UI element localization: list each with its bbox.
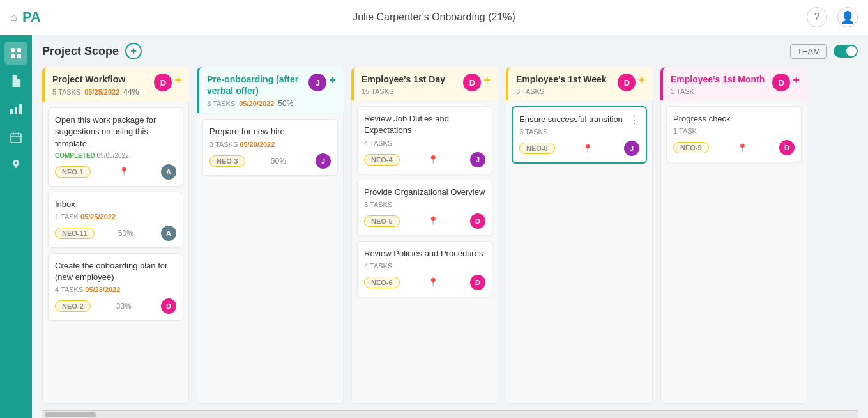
card-meta: 3 TASKS 05/20/2022: [209, 141, 331, 148]
team-toggle[interactable]: [834, 45, 858, 58]
col-meta: 3 TASKS: [516, 88, 614, 95]
topbar: ⌂ PA Julie Carpenter's Onboarding (21%) …: [0, 0, 868, 35]
pin-icon: 📍: [737, 143, 747, 153]
col-date: 05/20/2022: [239, 100, 274, 107]
page-title: Julie Carpenter's Onboarding (21%): [353, 12, 515, 23]
card-title: Review Job Duties and Expectations: [364, 113, 485, 136]
sidebar-item-document[interactable]: [4, 70, 27, 93]
card-footer: NEO-5 📍 D: [364, 213, 485, 229]
col-body: Review Job Duties and Expectations 4 TAS…: [351, 101, 498, 404]
card-tag: NEO-6: [364, 277, 400, 288]
card-avatar: D: [470, 275, 485, 290]
card-completed-status: COMPLETED 05/05/2022: [55, 152, 176, 159]
card-footer: NEO-6 📍 D: [364, 275, 485, 290]
sidebar-item-calendar[interactable]: [4, 126, 27, 149]
card-avatar: A: [161, 226, 176, 241]
home-icon[interactable]: ⌂: [10, 11, 17, 24]
card-tag: NEO-1: [55, 166, 91, 178]
card-card5[interactable]: Review Job Duties and Expectations 4 TAS…: [357, 106, 492, 174]
card-tag: NEO-4: [364, 154, 400, 166]
card-footer: NEO-1 📍 A: [55, 164, 176, 180]
add-card-button[interactable]: +: [174, 74, 181, 87]
card-meta: 3 TASKS: [519, 128, 639, 135]
card-title: Progress check: [673, 113, 731, 125]
col-tasks-count: 15 TASKS: [362, 88, 393, 95]
sidebar-item-pin[interactable]: [4, 154, 27, 177]
card-title: Inbox: [55, 199, 75, 210]
card-card3[interactable]: Create the onboarding plan for (new empl…: [48, 253, 183, 321]
svg-rect-5: [15, 107, 17, 114]
card-tag: NEO-2: [55, 300, 91, 312]
card-title: Provide Organizational Overview: [364, 187, 485, 198]
team-label[interactable]: TEAM: [790, 44, 827, 59]
card-card9[interactable]: Progress check 1 TASK NEO-9 📍 D: [666, 106, 802, 162]
col-title: Employee's 1st Week: [516, 74, 614, 85]
card-card7[interactable]: Review Policies and Procedures 4 TASKS N…: [357, 241, 492, 297]
brand-logo: PA: [22, 9, 41, 26]
card-card4[interactable]: Prepare for new hire 3 TASKS 05/20/2022 …: [202, 119, 338, 175]
add-scope-button[interactable]: +: [125, 43, 142, 59]
col-header: Project Workflow 5 TASKS 05/25/2022 44% …: [42, 67, 189, 102]
card-card6[interactable]: Provide Organizational Overview 3 TASKS …: [357, 180, 492, 236]
help-icon[interactable]: ?: [807, 7, 827, 27]
card-pct: 50%: [118, 229, 133, 238]
card-avatar: D: [779, 140, 795, 155]
col-meta: 1 TASK: [671, 88, 768, 95]
col-tasks-count: 3 TASKS: [516, 88, 544, 95]
add-card-button[interactable]: +: [483, 74, 491, 87]
sidebar-item-chart[interactable]: [4, 98, 27, 121]
card-tag: NEO-9: [673, 142, 709, 153]
col-title: Employee's 1st Day: [362, 74, 459, 85]
card-pct: 33%: [116, 302, 132, 311]
card-meta: 3 TASKS: [364, 201, 485, 208]
col-info: Employee's 1st Week 3 TASKS: [516, 74, 614, 95]
add-card-button[interactable]: +: [793, 74, 800, 87]
scope-header: Project Scope + TEAM: [42, 43, 858, 59]
card-card8[interactable]: Ensure successful transition ⋮ 3 TASKS N…: [512, 106, 647, 164]
svg-rect-6: [19, 104, 22, 114]
col-meta: 3 TASKS 05/20/2022 50%: [207, 99, 305, 108]
user-avatar-icon[interactable]: 👤: [837, 7, 858, 27]
card-avatar: D: [470, 213, 485, 229]
col-title: Pre-onboarding (after verbal offer): [207, 74, 305, 97]
card-avatar: J: [316, 153, 331, 169]
svg-rect-0: [11, 48, 15, 52]
col-header: Employee's 1st Week 3 TASKS D +: [506, 67, 653, 100]
col-assignee-avatar: D: [618, 74, 636, 91]
col-body: Ensure successful transition ⋮ 3 TASKS N…: [506, 101, 653, 404]
svg-rect-2: [11, 54, 15, 58]
card-avatar: J: [470, 152, 485, 167]
scope-title: Project Scope: [42, 45, 119, 58]
scrollbar-thumb[interactable]: [45, 412, 96, 417]
col-info: Employee's 1st Month 1 TASK: [671, 74, 768, 95]
col-header: Pre-onboarding (after verbal offer) 3 TA…: [197, 67, 344, 113]
card-avatar: J: [624, 141, 639, 156]
card-card1[interactable]: Open this work package for suggestions o…: [48, 107, 183, 187]
col-assignee-avatar: D: [772, 74, 790, 91]
col-body: Open this work package for suggestions o…: [42, 102, 189, 404]
card-title: Prepare for new hire: [209, 126, 285, 137]
col-pct: 44%: [123, 88, 139, 97]
card-card2[interactable]: Inbox 1 TASK 05/25/2022 NEO-11 50% A: [48, 192, 183, 248]
col-meta: 15 TASKS: [362, 88, 459, 95]
col-header: Employee's 1st Month 1 TASK D +: [660, 67, 807, 100]
scope-controls: TEAM: [790, 44, 858, 59]
add-card-button[interactable]: +: [638, 74, 645, 87]
col-info: Employee's 1st Day 15 TASKS: [362, 74, 459, 95]
horizontal-scrollbar[interactable]: [42, 410, 858, 418]
card-meta: 4 TASKS 05/23/2022: [55, 286, 176, 293]
col-assignee-avatar: J: [308, 74, 326, 91]
add-card-button[interactable]: +: [329, 74, 336, 87]
col-tasks-count: 1 TASK: [671, 88, 694, 95]
col-assignee-avatar: D: [154, 74, 172, 91]
kanban-column-col5: Employee's 1st Month 1 TASK D + Progress…: [660, 67, 807, 404]
pin-icon: 📍: [428, 277, 438, 287]
card-more-icon[interactable]: ⋮: [629, 114, 639, 126]
card-pct: 50%: [271, 157, 286, 166]
sidebar: [0, 35, 32, 418]
logo: ⌂ PA: [10, 9, 41, 26]
card-title: Create the onboarding plan for (new empl…: [55, 260, 176, 283]
card-footer: NEO-3 50% J: [209, 153, 331, 169]
sidebar-item-grid[interactable]: [4, 42, 27, 65]
col-title: Project Workflow: [52, 74, 150, 85]
